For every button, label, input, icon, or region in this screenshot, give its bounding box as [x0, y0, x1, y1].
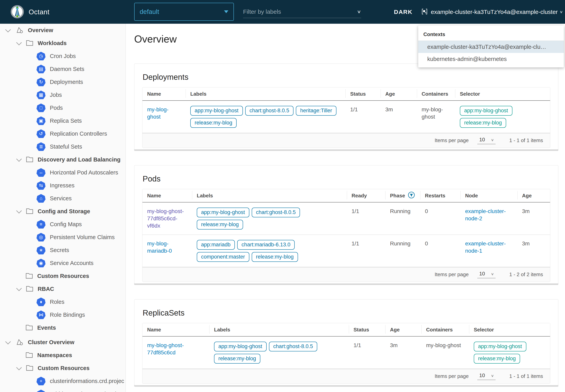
label-chip[interactable]: chart:ghost-8.0.5	[269, 342, 317, 351]
sidebar-item-stateful-sets[interactable]: ≣ Stateful Sets	[0, 140, 126, 153]
sidebar-item-deployments[interactable]: ↻ Deployments	[0, 75, 126, 88]
column-header-status[interactable]: Status	[345, 87, 381, 100]
selector-chip[interactable]: release:my-blog	[474, 354, 520, 364]
table-row: my-blog-ghost-77df85c6cd-vf6dx app:my-bl…	[142, 202, 550, 235]
selector-chip[interactable]: release:my-blog	[460, 118, 506, 128]
sidebar-item-roles[interactable]: ♦ Roles	[0, 295, 126, 308]
folder-icon	[26, 365, 33, 371]
column-header-name[interactable]: Name	[142, 87, 186, 100]
sidebar-item-replica-sets[interactable]: ▣ Replica Sets	[0, 114, 126, 127]
sidebar-item-config-maps[interactable]: ≡ Config Maps	[0, 218, 126, 231]
sidebar-item-role-bindings[interactable]: ⋈ Role Bindings	[0, 308, 126, 321]
column-header-node[interactable]: Node	[461, 189, 517, 202]
items-per-page-select[interactable]: 10 ∨	[477, 372, 496, 380]
label-chip[interactable]: chart:ghost-8.0.5	[245, 106, 294, 116]
sidebar-item-workloads[interactable]: Workloads	[0, 37, 126, 50]
column-header-age[interactable]: Age	[381, 87, 417, 100]
context-menu-item-selected[interactable]: example-cluster-ka3TuTzYo4a@example-clu…	[418, 41, 564, 53]
sidebar-item-horizontal-pod-autoscalers[interactable]: ⇔ Horizontal Pod Autoscalers	[0, 166, 126, 179]
sidebar-item-jobs[interactable]: ▦ Jobs	[0, 88, 126, 101]
column-header-selector[interactable]: Selector	[469, 323, 550, 336]
filter-funnel-icon[interactable]	[408, 192, 415, 200]
label-chip[interactable]: chart:ghost-8.0.5	[252, 208, 300, 217]
label-chip[interactable]: heritage:Tiller	[296, 106, 336, 116]
column-header-selector[interactable]: Selector	[455, 87, 550, 100]
label-chip[interactable]: app:my-blog-ghost	[214, 342, 267, 351]
sidebar-item-replication-controllers[interactable]: ↺ Replication Controllers	[0, 127, 126, 140]
sidebar-item-events[interactable]: Events	[0, 321, 126, 334]
sidebar-item-ingresses[interactable]: ⇆ Ingresses	[0, 179, 126, 192]
context-menu-item[interactable]: kubernetes-admin@kubernetes	[418, 53, 564, 65]
sidebar-item-overview[interactable]: Overview	[0, 24, 126, 37]
items-per-page-select[interactable]: 10 ∨	[477, 271, 496, 278]
label-chip[interactable]: release:my-blog	[252, 252, 298, 262]
replicaset-name-link[interactable]: my-blog-ghost-77df85c6cd	[147, 342, 184, 356]
label-chip[interactable]: app:mariadb	[197, 240, 235, 250]
sidebar-item-secrets[interactable]: ∗ Secrets	[0, 244, 126, 257]
column-header-labels[interactable]: Labels	[209, 323, 349, 336]
label-chip[interactable]: release:my-blog	[197, 220, 243, 229]
chevron-down-icon[interactable]	[16, 365, 22, 370]
selector-chip[interactable]: app:my-blog-ghost	[474, 342, 526, 351]
column-header-restarts[interactable]: Restarts	[420, 189, 461, 202]
restarts-value: 0	[420, 202, 461, 235]
deployment-name-link[interactable]: my-blog-ghost	[147, 106, 168, 120]
column-header-containers[interactable]: Containers	[417, 87, 455, 100]
theme-toggle-button[interactable]: DARK	[384, 0, 413, 24]
chevron-down-icon[interactable]	[16, 286, 22, 291]
chevron-down-icon: ∨	[491, 272, 494, 276]
chevron-down-icon[interactable]	[16, 208, 22, 213]
chevron-down-icon[interactable]	[16, 40, 22, 45]
column-header-name[interactable]: Name	[142, 189, 192, 202]
column-header-status[interactable]: Status	[349, 323, 385, 336]
chevron-down-icon[interactable]	[16, 156, 22, 162]
sidebar-item-persistent-volume-claims[interactable]: ◎ Persistent Volume Claims	[0, 231, 126, 244]
label-chip[interactable]: app:my-blog-ghost	[197, 208, 249, 217]
label-chip[interactable]: release:my-blog	[190, 118, 237, 128]
filter-by-labels-input[interactable]: Filter by labels ∨	[243, 5, 361, 18]
column-header-age[interactable]: Age	[517, 189, 550, 202]
table-row: my-blog-ghost app:my-blog-ghost chart:gh…	[142, 101, 550, 133]
sidebar-item-services[interactable]: ⌂ Services	[0, 192, 126, 205]
chevron-down-icon[interactable]	[5, 27, 11, 32]
sidebar-item-rbac[interactable]: RBAC	[0, 282, 126, 295]
sidebar-item-cron-jobs[interactable]: ◷ Cron Jobs	[0, 50, 126, 63]
column-header-containers[interactable]: Containers	[421, 323, 469, 336]
table-header-row: Name Labels Status Age Containers Select…	[142, 87, 550, 101]
sidebar-item-cluster-custom-resources[interactable]: Custom Resources	[0, 362, 126, 375]
sidebar-item-pods[interactable]: □ Pods	[0, 101, 126, 114]
sidebar-item-csidrivers-crd[interactable]: + csidrivers.csi.storage.k8s.io	[0, 388, 126, 392]
restarts-value: 0	[420, 235, 461, 267]
column-header-phase[interactable]: Phase	[385, 189, 420, 202]
label-chip[interactable]: component:master	[197, 252, 249, 262]
chevron-down-icon[interactable]	[5, 339, 11, 344]
node-link[interactable]: example-cluster-node-1	[465, 240, 506, 254]
label-chip[interactable]: chart:mariadb-6.13.0	[237, 240, 295, 250]
label-chip[interactable]: app:my-blog-ghost	[190, 106, 243, 116]
pod-name-link[interactable]: my-blog-mariadb-0	[147, 240, 172, 254]
items-per-page-select[interactable]: 10 ∨	[477, 137, 496, 144]
sidebar-item-namespaces[interactable]: Namespaces	[0, 349, 126, 362]
namespace-dropdown[interactable]: default	[134, 3, 234, 21]
column-header-age[interactable]: Age	[385, 323, 421, 336]
sidebar-item-daemon-sets[interactable]: ▤ Daemon Sets	[0, 63, 126, 75]
sidebar-item-service-accounts[interactable]: ◉ Service Accounts	[0, 257, 126, 269]
column-header-labels[interactable]: Labels	[186, 87, 345, 100]
context-selector-button[interactable]: example-cluster-ka3TuTzYo4a@example-clus…	[421, 0, 563, 24]
replicationcontroller-icon: ↺	[36, 129, 45, 138]
sidebar-item-custom-resources[interactable]: Custom Resources	[0, 269, 126, 282]
column-header-ready[interactable]: Ready	[347, 189, 385, 202]
table-header-row: Name Labels Status Age Containers Select…	[142, 323, 550, 336]
role-icon: ♦	[36, 297, 45, 306]
node-link[interactable]: example-cluster-node-2	[465, 208, 506, 222]
sidebar-item-discovery-load-balancing[interactable]: Discovery and Load Balancing	[0, 153, 126, 166]
label-chip[interactable]: release:my-blog	[214, 354, 260, 364]
sidebar-item-cluster-overview[interactable]: Cluster Overview	[0, 336, 126, 349]
selector-chip[interactable]: app:my-blog-ghost	[460, 106, 512, 116]
column-header-labels[interactable]: Labels	[192, 189, 347, 202]
sidebar-item-clusterinformations-crd[interactable]: + clusterinformations.crd.projec	[0, 375, 126, 388]
pod-name-link[interactable]: my-blog-ghost-77df85c6cd-vf6dx	[147, 208, 184, 229]
deployments-card: Deployments Name Labels Status Age Conta…	[134, 64, 558, 150]
column-header-name[interactable]: Name	[142, 323, 209, 336]
sidebar-item-config-and-storage[interactable]: Config and Storage	[0, 205, 126, 218]
